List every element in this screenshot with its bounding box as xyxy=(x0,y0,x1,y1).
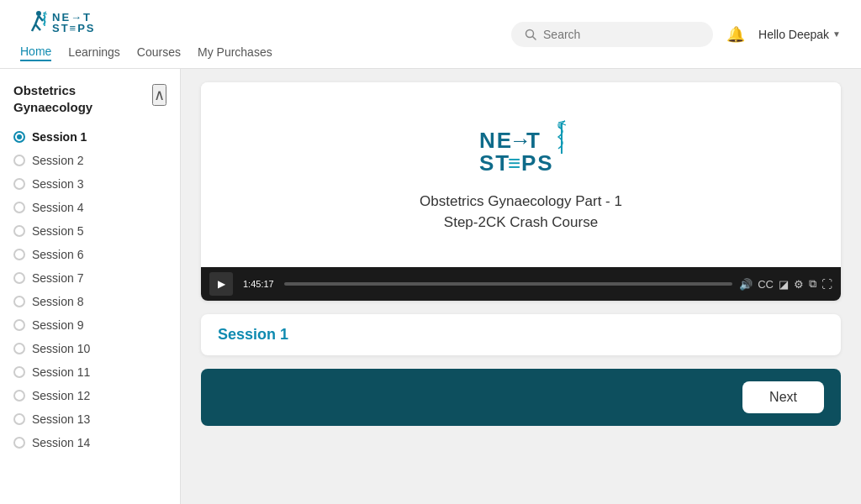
logo-svg: NE→T ST≡PS xyxy=(20,8,96,38)
sidebar: Obstetrics Gynaecology ∧ Session 1 Sessi… xyxy=(0,69,181,504)
next-button[interactable]: Next xyxy=(742,381,824,413)
session-label-box: Session 1 xyxy=(201,314,841,355)
header-left: NE→T ST≡PS Home Learnings Courses My Pur… xyxy=(20,8,272,61)
video-title-line2: Step-2CK Crash Course xyxy=(420,212,622,234)
session-label-5: Session 5 xyxy=(32,224,83,238)
radio-dot-9 xyxy=(13,319,25,331)
radio-dot-1 xyxy=(13,131,25,143)
radio-dot-12 xyxy=(13,390,25,402)
session-list: Session 1 Session 2 Session 3 Session 4 … xyxy=(0,125,180,454)
session-item-9[interactable]: Session 9 xyxy=(0,313,180,337)
svg-text:ST: ST xyxy=(479,150,510,176)
svg-text:NE: NE xyxy=(479,128,513,153)
video-logo: NE → T ST ≡ PS xyxy=(471,118,572,177)
nav-home[interactable]: Home xyxy=(20,45,51,61)
search-bar[interactable] xyxy=(511,22,713,47)
radio-dot-5 xyxy=(13,225,25,237)
svg-point-15 xyxy=(557,123,563,128)
radio-dot-6 xyxy=(13,249,25,260)
main-layout: Obstetrics Gynaecology ∧ Session 1 Sessi… xyxy=(0,69,861,504)
video-progress-bar[interactable] xyxy=(284,282,733,286)
video-logo-svg: NE → T ST ≡ PS xyxy=(471,118,572,177)
session-item-13[interactable]: Session 13 xyxy=(0,407,180,431)
radio-dot-11 xyxy=(13,366,25,378)
session-item-3[interactable]: Session 3 xyxy=(0,172,180,196)
content-area: NE → T ST ≡ PS Obstetrics Gynaecolog xyxy=(181,69,861,504)
session-item-6[interactable]: Session 6 xyxy=(0,243,180,266)
session-label-8: Session 8 xyxy=(32,295,83,308)
settings-icon[interactable]: ⚙ xyxy=(794,278,804,291)
sidebar-header: Obstetrics Gynaecology ∧ xyxy=(0,82,180,125)
search-icon xyxy=(525,29,536,40)
main-nav: Home Learnings Courses My Purchases xyxy=(20,45,272,61)
svg-line-3 xyxy=(35,24,40,30)
sidebar-title: Obstetrics Gynaecology xyxy=(13,82,152,115)
user-greeting[interactable]: Hello Deepak ▼ xyxy=(758,28,841,41)
nav-courses[interactable]: Courses xyxy=(137,45,181,60)
pip-icon[interactable]: ⧉ xyxy=(809,277,816,291)
fullscreen-icon[interactable]: ⛶ xyxy=(821,278,832,291)
volume-icon[interactable]: 🔊 xyxy=(739,278,753,291)
radio-dot-14 xyxy=(13,437,25,449)
session-label-3: Session 3 xyxy=(32,177,83,191)
radio-dot-7 xyxy=(13,272,25,284)
video-title-line1: Obstetrics Gynaecology Part - 1 xyxy=(420,191,622,213)
svg-line-1 xyxy=(35,16,39,24)
header-right: 🔔 Hello Deepak ▼ xyxy=(511,22,841,47)
session-label-prefix: Session xyxy=(218,326,280,343)
session-label-number: 1 xyxy=(280,326,288,343)
collapse-button[interactable]: ∧ xyxy=(152,84,166,106)
video-area: NE → T ST ≡ PS Obstetrics Gynaecolog xyxy=(201,82,841,267)
svg-line-7 xyxy=(533,36,536,39)
bell-icon[interactable]: 🔔 xyxy=(726,25,745,44)
radio-dot-4 xyxy=(13,202,25,213)
video-timestamp: 1:45:17 xyxy=(243,279,274,289)
session-item-12[interactable]: Session 12 xyxy=(0,384,180,407)
user-name: Hello Deepak xyxy=(758,28,829,41)
session-label-13: Session 13 xyxy=(32,412,90,426)
nav-my-purchases[interactable]: My Purchases xyxy=(198,45,272,60)
svg-text:≡: ≡ xyxy=(508,150,520,176)
video-title: Obstetrics Gynaecology Part - 1 Step-2CK… xyxy=(420,191,622,234)
session-item-8[interactable]: Session 8 xyxy=(0,290,180,313)
session-label-9: Session 9 xyxy=(32,318,83,332)
logo: NE→T ST≡PS xyxy=(20,8,272,38)
session-label-1: Session 1 xyxy=(32,130,87,144)
radio-dot-10 xyxy=(13,343,25,354)
logo-steps: ST≡PS xyxy=(52,23,96,34)
nav-learnings[interactable]: Learnings xyxy=(68,45,120,60)
session-label-14: Session 14 xyxy=(32,436,90,449)
control-icons: 🔊 CC ◪ ⚙ ⧉ ⛶ xyxy=(739,277,832,291)
session-label-6: Session 6 xyxy=(32,248,83,261)
radio-dot-8 xyxy=(13,296,25,307)
session-item-10[interactable]: Session 10 xyxy=(0,337,180,360)
session-item-4[interactable]: Session 4 xyxy=(0,196,180,219)
video-controls: ▶ 1:45:17 🔊 CC ◪ ⚙ ⧉ ⛶ xyxy=(201,267,841,301)
session-label-4: Session 4 xyxy=(32,201,83,214)
search-input[interactable] xyxy=(543,28,700,41)
session-label-10: Session 10 xyxy=(32,342,90,355)
radio-dot-2 xyxy=(13,155,25,166)
session-item-7[interactable]: Session 7 xyxy=(0,266,180,290)
session-item-2[interactable]: Session 2 xyxy=(0,149,180,172)
session-item-5[interactable]: Session 5 xyxy=(0,219,180,243)
picture-icon[interactable]: ◪ xyxy=(779,278,789,291)
video-container: NE → T ST ≡ PS Obstetrics Gynaecolog xyxy=(201,82,841,301)
radio-dot-3 xyxy=(13,178,25,190)
session-item-14[interactable]: Session 14 xyxy=(0,431,180,454)
session-label-2: Session 2 xyxy=(32,154,83,167)
session-item-1[interactable]: Session 1 xyxy=(0,125,180,149)
subtitles-icon[interactable]: CC xyxy=(758,278,774,291)
header: NE→T ST≡PS Home Learnings Courses My Pur… xyxy=(0,0,861,69)
bottom-bar: Next xyxy=(201,369,841,426)
radio-dot-13 xyxy=(13,413,25,425)
session-label-7: Session 7 xyxy=(32,271,83,285)
session-label-12: Session 12 xyxy=(32,389,90,402)
play-button[interactable]: ▶ xyxy=(209,272,233,296)
logo-icon xyxy=(20,8,50,38)
session-item-11[interactable]: Session 11 xyxy=(0,360,180,384)
svg-line-4 xyxy=(39,16,43,21)
chevron-down-icon: ▼ xyxy=(832,29,841,39)
session-label-11: Session 11 xyxy=(32,365,90,379)
svg-point-0 xyxy=(36,11,41,16)
